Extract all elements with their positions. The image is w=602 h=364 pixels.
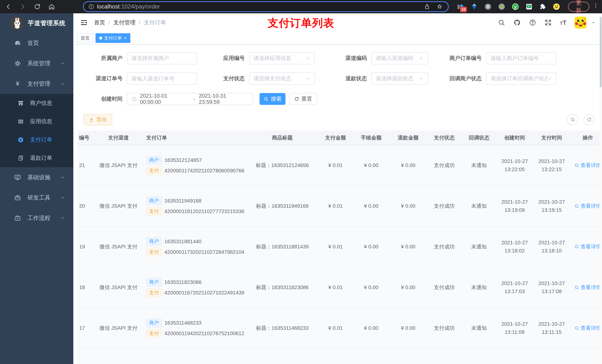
sidebar-item-3[interactable]: 商户信息 [0,94,73,112]
sidebar-item-label: 支付管理 [27,80,50,88]
cell-create-time: 2021-10-2713:22:05 [496,145,533,186]
browser-home-icon[interactable] [48,3,55,10]
fullscreen-icon[interactable] [544,19,552,26]
filter-input-field[interactable] [131,76,193,82]
blue-diamond-extension-icon[interactable]: 10 [456,3,465,11]
chat-extension-icon[interactable] [525,3,533,11]
tab-0[interactable]: 首页 [77,33,93,43]
url-bar[interactable]: localhost:1024/pay/order [83,1,449,12]
reset-button[interactable]: 重置 [289,93,317,105]
filter-date-row: 创建时间 2021-10-01 00:00:00 - 2021-10-31 23… [73,93,602,105]
cell-pay-time: 2021-10-2713:18:10 [533,226,570,267]
user-avatar[interactable] [575,17,586,29]
gem-extension-icon[interactable] [470,3,478,11]
sidebar-item-8[interactable]: 研发工具 [0,187,73,208]
yen-icon: ¥ [14,80,21,87]
cell-notify: 未通知 [462,308,496,348]
filter-item: 退款状态请选择退款状态 [317,73,428,85]
filter-input-0-3[interactable] [486,52,557,64]
merchant-order-no: 1635311468233 [164,320,201,326]
app-logo[interactable]: 芋道管理系统 [0,13,73,33]
browser-forward-icon[interactable] [19,3,26,10]
browser-menu-icon[interactable] [593,3,599,11]
filter-input-0-0[interactable] [127,52,197,64]
header-search-icon[interactable] [498,19,505,26]
pay-order-line: 支付4200001194202110276752100612 [146,329,246,338]
filter-select-0-2[interactable]: 请输入渠道编码 [371,52,428,64]
merchant-order-no: 1635311949168 [164,198,201,204]
sidebar-item-6[interactable]: 退款订单 [0,149,73,167]
sidebar-item-0[interactable]: 首页 [0,33,73,53]
cell-id: 18 [78,267,91,308]
view-detail-link[interactable]: 查看详情 [574,243,601,250]
pay-order-line: 支付4200001181202110277723215336 [146,207,246,216]
tab-1[interactable]: 支付订单× [96,33,130,43]
sidebar-item-1[interactable]: 系统管理 [0,53,73,74]
cell-notify: 未通知 [462,186,496,226]
view-detail-link[interactable]: 查看详情 [574,162,601,169]
github-icon[interactable] [513,19,521,26]
breadcrumb-item[interactable]: 支付管理 [113,19,136,26]
filter-input-field[interactable] [491,55,552,62]
filter-select-1-2[interactable]: 请选择退款状态 [371,73,428,85]
help-icon[interactable] [529,19,536,26]
view-detail-label: 查看详情 [580,162,601,169]
breadcrumb-separator: / [108,20,110,26]
sidebar-item-5[interactable]: ¥支付订单 [0,131,73,149]
date-start-value: 2021-10-01 00:00:00 [140,93,190,105]
cell-notify: 未通知 [462,145,496,186]
toggle-search-button[interactable] [567,114,578,125]
puzzle-extensions-icon[interactable] [539,3,547,11]
filter-select-0-1[interactable]: 请选择应用信息 [249,52,315,64]
sidebar-item-4[interactable]: 应用信息 [0,112,73,131]
cell-amount: ¥ 0.01 [318,308,353,348]
cell-create-time: 2021-10-2713:17:03 [496,267,533,308]
sidebar-item-7[interactable]: 基础设施 [0,167,73,187]
browser-back-icon[interactable] [5,3,12,10]
bookmark-star-icon[interactable] [437,3,443,10]
window-scrollbar[interactable] [599,13,602,364]
view-detail-label: 查看详情 [580,243,601,250]
view-detail-link[interactable]: 查看详情 [574,203,601,209]
close-tab-icon[interactable]: × [124,35,127,41]
cell-pay-order: 商户1635312124657支付42000011742021102780605… [146,145,246,186]
breadcrumb-item[interactable]: 首页 [94,19,105,26]
filter-item: 支付状态请选择支付状态 [202,73,317,85]
sidebar-item-9[interactable]: 工作流程 [0,208,73,228]
cell-create-time: 2021-10-2713:19:09 [496,186,533,226]
cell-pay-order: 商户1635311823086支付42000011672021102710224… [146,267,246,308]
site-info-icon[interactable] [88,3,94,10]
export-button[interactable]: 导出 [84,114,112,125]
command-extension-icon[interactable]: ⌘ [484,3,492,11]
refresh-table-button[interactable] [583,114,595,125]
filter-input-1-0[interactable] [127,73,197,85]
view-detail-label: 查看详情 [580,284,601,291]
download-icon [89,117,94,122]
sidebar-item-label: 首页 [27,39,39,47]
column-header-11: 操作 [570,131,602,145]
filter-input-field[interactable] [131,55,193,62]
avatar-caret-icon[interactable] [591,21,595,25]
filter-label: 渠道订单号 [84,75,127,82]
view-detail-link[interactable]: 查看详情 [574,284,601,291]
sidebar-item-2[interactable]: ¥支付管理 [0,74,73,94]
browser-reload-icon[interactable] [34,3,41,10]
scrollbar-thumb[interactable] [600,17,602,87]
collapse-sidebar-icon[interactable] [80,19,88,26]
filter-select-1-1[interactable]: 请选择支付状态 [249,73,315,85]
font-size-icon[interactable]: TT [560,19,567,26]
create-time-range-picker[interactable]: 2021-10-01 00:00:00 - 2021-10-31 23:59:5… [127,93,253,105]
share-icon[interactable] [424,3,430,10]
y-extension-icon[interactable]: y [511,3,519,11]
update-button[interactable]: 更新 [568,2,589,12]
pay-tag: 支付 [146,289,162,297]
merchant-order-line: 商户1635311881440 [146,237,246,246]
cell-status: 支付成功 [427,145,462,186]
view-detail-link[interactable]: 查看详情 [574,325,601,332]
cell-action: 查看详情 [570,186,602,226]
record-extension-icon[interactable] [498,3,506,11]
search-button[interactable]: 搜索 [259,93,285,105]
emoji-profile-icon[interactable] [552,3,560,11]
filter-select-1-3[interactable]: 请选择订单回调商户状态 [486,73,557,85]
svg-text:y: y [514,4,516,9]
